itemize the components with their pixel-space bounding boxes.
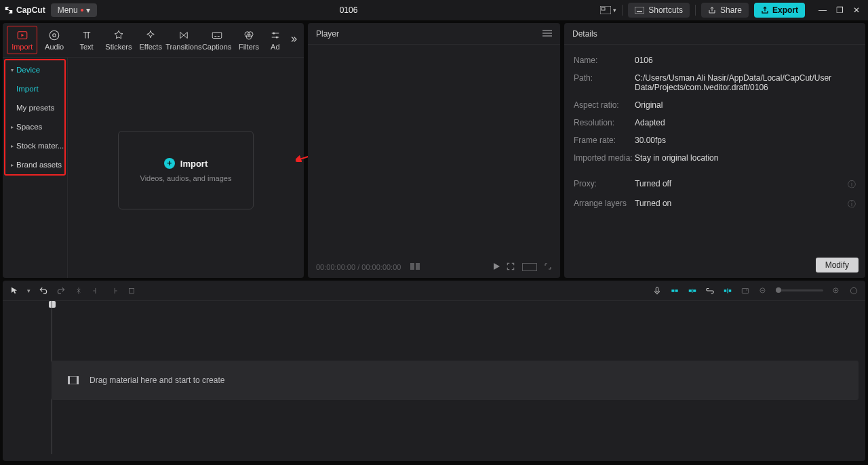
zoom-in-button[interactable] [831,286,841,296]
sidebar-item-spaces[interactable]: ▸Spaces [5,117,64,136]
player-panel: Player 00:00:00:00 / 00:00:00:00 [308,23,560,278]
modify-button[interactable]: Modify [816,258,859,272]
close-button[interactable]: ✕ [853,5,860,15]
player-viewport[interactable] [308,45,560,256]
film-icon [68,376,79,384]
info-icon[interactable]: ⓘ [848,179,856,190]
export-label: Export [772,5,798,15]
tab-import[interactable]: Import [7,26,37,54]
player-ratio-button[interactable] [522,263,537,271]
svg-rect-16 [130,288,134,293]
timeline-dropzone[interactable]: Drag material here and start to create [52,361,859,400]
zoom-knob[interactable] [776,287,781,293]
detail-val-layers: Turned on [635,199,848,210]
zoom-slider[interactable] [776,289,823,291]
tab-stickers[interactable]: Stickers [103,26,134,54]
redo-button[interactable] [56,286,66,296]
play-button[interactable] [492,262,500,272]
svg-rect-17 [656,287,658,291]
svg-rect-19 [675,289,678,292]
delete-left-button[interactable] [92,286,101,296]
svg-rect-20 [689,289,692,292]
caret-right-icon: ▸ [11,143,14,149]
cover-button[interactable] [741,286,750,296]
menu-button[interactable]: Menu ▾ [51,3,97,17]
tab-filters[interactable]: Filters [233,26,264,54]
play-icon [492,262,500,270]
svg-rect-21 [693,289,696,292]
stickers-icon [113,29,125,41]
tabs-scroll-right[interactable] [286,32,301,49]
sidebar-item-import[interactable]: Import [5,79,64,98]
details-panel: Details Name:0106 Path:C:/Users/Usman Al… [564,23,865,278]
pointer-tool[interactable] [9,286,19,296]
sidebar-item-device[interactable]: ▾Device [5,60,64,79]
tool-dropdown[interactable]: ▾ [27,287,31,294]
zoom-out-button[interactable] [758,286,768,296]
svg-rect-24 [742,288,748,293]
tab-text[interactable]: Text [71,26,102,54]
export-button[interactable]: Export [754,3,805,18]
undo-button[interactable] [39,286,48,296]
menu-icon [542,30,552,37]
fullscreen-button[interactable] [544,262,552,272]
detail-key-proxy: Proxy: [574,179,635,190]
player-title: Player [316,29,339,39]
player-menu-button[interactable] [542,29,552,39]
main-track-magnet-button[interactable] [670,286,679,296]
minimize-button[interactable]: — [818,5,827,15]
timeline-area[interactable]: Drag material here and start to create [3,301,865,461]
sidebar-item-brand[interactable]: ▸Brand assets [5,155,64,174]
adjust-icon [269,29,281,41]
delete-button[interactable] [127,286,136,296]
tab-label: Text [79,43,93,51]
caret-right-icon: ▸ [11,162,14,168]
preview-axis-button[interactable] [723,286,732,296]
tab-adjust[interactable]: Ad [266,26,285,54]
focus-icon [506,262,515,271]
svg-point-5 [50,31,59,40]
tab-transitions[interactable]: Transitions [167,26,200,54]
player-scale-button[interactable] [506,262,515,272]
svg-rect-31 [77,376,79,384]
svg-point-11 [273,33,275,35]
info-icon[interactable]: ⓘ [848,199,856,210]
detail-val-name: 0106 [635,56,856,65]
media-main: + Import Videos, audios, and images [68,58,304,278]
record-audio-button[interactable] [652,286,662,296]
titlebar: CapCut Menu ▾ 0106 ▾ Shortcuts Share Exp… [0,0,868,20]
divider [695,5,696,16]
shortcuts-label: Shortcuts [648,5,683,15]
filters-icon [243,29,255,41]
delete-right-button[interactable] [109,286,119,296]
audio-icon [48,29,60,41]
sidebar-item-stock[interactable]: ▸Stock mater... [5,136,64,155]
tab-captions[interactable]: Captions [201,26,232,54]
tab-label: Audio [45,43,64,51]
linkage-button[interactable] [705,286,715,296]
zoom-fit-button[interactable] [849,286,859,296]
detail-key-imported: Imported media: [574,153,635,163]
sidebar-item-label: Stock mater... [16,142,64,150]
maximize-button[interactable]: ❐ [836,5,844,15]
auto-snap-button[interactable] [688,286,697,296]
caret-down-icon: ▾ [11,67,14,73]
player-quality-button[interactable] [410,263,420,271]
titlebar-right: ▾ Shortcuts Share Export — ❐ ✕ [600,3,864,18]
tab-label: Captions [202,43,231,51]
shortcuts-button[interactable]: Shortcuts [628,3,690,18]
timeline-panel: ▾ Drag material here and start to creat [3,281,865,461]
split-tool[interactable] [74,286,83,296]
import-dropzone[interactable]: + Import Videos, audios, and images [118,131,254,209]
detail-key-aspect: Aspect ratio: [574,100,635,110]
tab-audio[interactable]: Audio [39,26,69,54]
playhead-handle[interactable] [49,301,56,308]
svg-rect-2 [635,7,644,14]
sidebar-item-presets[interactable]: My presets [5,98,64,117]
layout-preset-button[interactable]: ▾ [600,6,616,14]
effects-icon [144,29,157,41]
tab-effects[interactable]: Effects [136,26,166,54]
share-button[interactable]: Share [701,3,749,18]
export-icon [761,6,769,14]
chevron-down-icon: ▾ [86,5,90,15]
